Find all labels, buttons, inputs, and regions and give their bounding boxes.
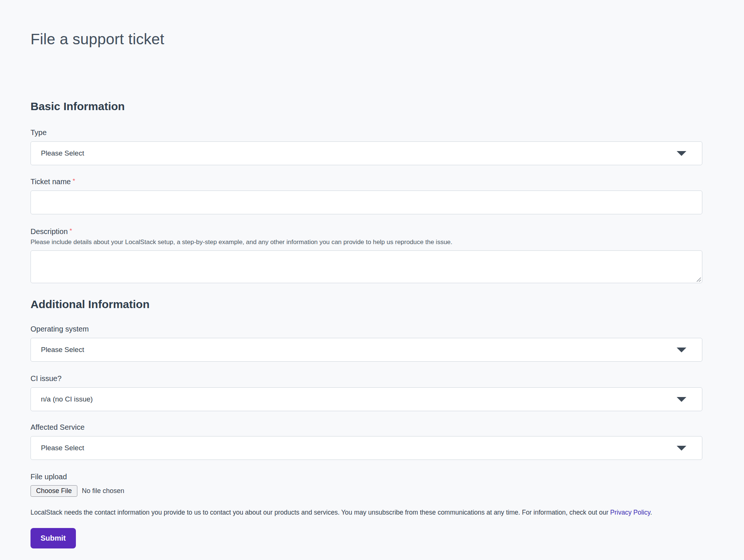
ticket-name-input[interactable] [31,191,702,214]
operating-system-label: Operating system [31,325,702,333]
submit-button[interactable]: Submit [31,528,76,548]
description-textarea-wrap [31,250,702,283]
description-textarea[interactable] [31,250,702,283]
description-label: Description* [31,227,702,236]
ci-issue-select[interactable]: n/a (no CI issue) [31,387,702,411]
required-asterisk: * [70,227,72,234]
affected-service-select-value: Please Select [41,444,84,452]
file-upload-status: No file chosen [82,487,124,495]
section-heading-basic-information: Basic Information [31,100,702,113]
chevron-down-icon [677,397,686,402]
type-label-text: Type [31,128,46,137]
ci-issue-select-value: n/a (no CI issue) [41,395,93,403]
affected-service-label-text: Affected Service [31,423,84,431]
privacy-notice: LocalStack needs the contact information… [31,508,702,517]
section-heading-additional-information: Additional Information [31,298,702,311]
affected-service-label: Affected Service [31,423,702,431]
page-title: File a support ticket [31,31,702,48]
file-upload-label-text: File upload [31,473,67,481]
privacy-policy-link[interactable]: Privacy Policy [610,509,650,516]
type-select[interactable]: Please Select [31,141,702,165]
operating-system-label-text: Operating system [31,325,89,333]
support-ticket-page: File a support ticket Basic Information … [0,0,744,560]
description-label-text: Description [31,227,68,236]
chevron-down-icon [677,348,686,352]
privacy-notice-text: LocalStack needs the contact information… [31,509,610,516]
description-helper-text: Please include details about your LocalS… [31,238,702,247]
chevron-down-icon [677,446,686,451]
ticket-name-label-text: Ticket name [31,177,71,186]
affected-service-select[interactable]: Please Select [31,436,702,460]
type-select-value: Please Select [41,149,84,157]
type-label: Type [31,128,702,137]
chevron-down-icon [677,151,686,156]
ticket-name-label: Ticket name* [31,177,702,186]
ci-issue-label: CI issue? [31,374,702,383]
ci-issue-label-text: CI issue? [31,374,61,383]
file-upload-control: Choose File No file chosen [31,485,702,497]
file-upload-label: File upload [31,473,702,481]
privacy-notice-period: . [650,509,652,516]
choose-file-button[interactable]: Choose File [31,485,77,497]
required-asterisk: * [73,177,75,185]
operating-system-select-value: Please Select [41,346,84,354]
operating-system-select[interactable]: Please Select [31,338,702,362]
